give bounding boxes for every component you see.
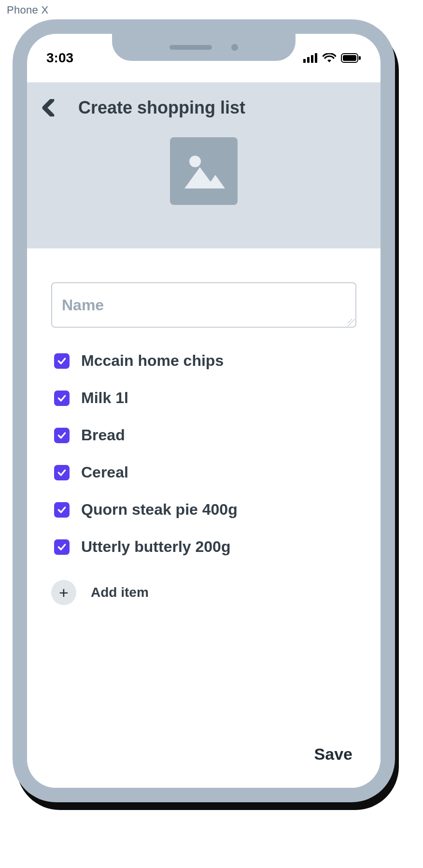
svg-rect-2 bbox=[311, 55, 313, 63]
chevron-left-icon bbox=[42, 99, 55, 116]
item-label: Utterly butterly 200g bbox=[81, 538, 230, 556]
checkbox[interactable] bbox=[54, 465, 70, 480]
svg-rect-3 bbox=[315, 53, 317, 63]
list-name-input[interactable] bbox=[51, 282, 356, 328]
check-icon bbox=[57, 542, 67, 552]
wifi-icon bbox=[323, 53, 336, 63]
add-item-label: Add item bbox=[91, 585, 149, 600]
check-icon bbox=[57, 431, 67, 440]
svg-point-7 bbox=[189, 156, 201, 167]
image-placeholder[interactable] bbox=[170, 137, 238, 205]
check-icon bbox=[57, 393, 67, 403]
svg-rect-6 bbox=[359, 56, 361, 60]
add-item-row[interactable]: + Add item bbox=[51, 580, 356, 605]
page-title: Create shopping list bbox=[78, 98, 245, 118]
checkbox[interactable] bbox=[54, 502, 70, 518]
svg-rect-1 bbox=[307, 57, 310, 63]
list-item[interactable]: Milk 1l bbox=[51, 389, 356, 407]
item-label: Quorn steak pie 400g bbox=[81, 501, 238, 519]
checkbox[interactable] bbox=[54, 539, 70, 555]
battery-icon bbox=[341, 53, 361, 63]
device-label: Phone X bbox=[7, 4, 49, 16]
phone-screen: 3:03 bbox=[27, 34, 381, 788]
svg-rect-5 bbox=[343, 55, 356, 61]
check-icon bbox=[57, 505, 67, 515]
checkbox[interactable] bbox=[54, 428, 70, 443]
item-label: Bread bbox=[81, 426, 125, 444]
item-label: Mccain home chips bbox=[81, 352, 224, 370]
back-button[interactable] bbox=[42, 99, 59, 116]
save-button[interactable]: Save bbox=[314, 745, 352, 764]
status-time: 3:03 bbox=[46, 50, 73, 66]
item-label: Milk 1l bbox=[81, 389, 128, 407]
plus-icon: + bbox=[59, 584, 69, 601]
check-icon bbox=[57, 468, 67, 477]
cellular-icon bbox=[303, 53, 318, 63]
list-item[interactable]: Quorn steak pie 400g bbox=[51, 501, 356, 519]
items-list: Mccain home chips Milk 1l bbox=[51, 352, 356, 556]
status-bar: 3:03 bbox=[27, 34, 381, 82]
svg-rect-0 bbox=[303, 59, 306, 63]
header-area: Create shopping list bbox=[27, 83, 381, 248]
item-label: Cereal bbox=[81, 463, 128, 481]
list-item[interactable]: Bread bbox=[51, 426, 356, 444]
list-item[interactable]: Cereal bbox=[51, 463, 356, 481]
check-icon bbox=[57, 356, 67, 366]
app-content: Create shopping list bbox=[27, 82, 381, 788]
image-icon bbox=[180, 147, 228, 195]
add-item-button[interactable]: + bbox=[51, 580, 76, 605]
list-item[interactable]: Utterly butterly 200g bbox=[51, 538, 356, 556]
list-item[interactable]: Mccain home chips bbox=[51, 352, 356, 370]
checkbox[interactable] bbox=[54, 391, 70, 406]
checkbox[interactable] bbox=[54, 353, 70, 369]
phone-frame: 3:03 bbox=[13, 19, 395, 802]
